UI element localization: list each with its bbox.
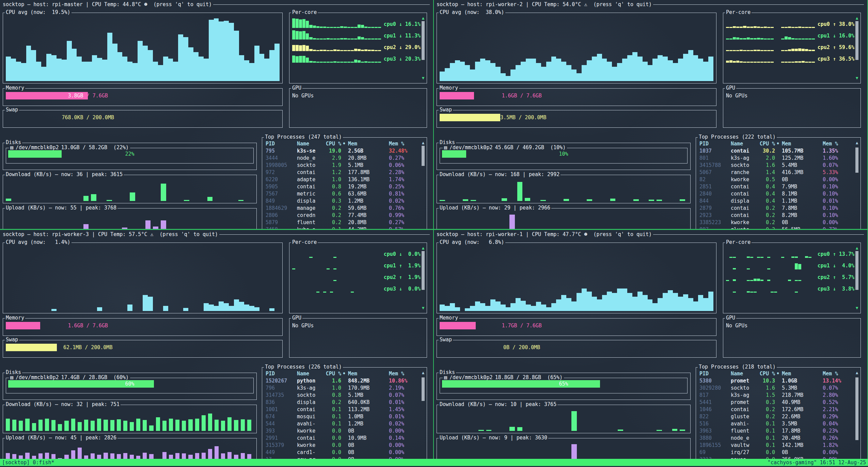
column-header[interactable]: PID: [266, 370, 297, 377]
spark-bar: [330, 38, 333, 40]
scroll-thumb[interactable]: [422, 146, 425, 166]
scroll-up-icon[interactable]: ▲: [422, 246, 424, 250]
column-header[interactable]: Mem: [782, 140, 823, 147]
scroll-thumb[interactable]: [422, 377, 425, 401]
cell-cpu: 1.0: [323, 176, 343, 183]
cell-name: contai: [731, 205, 757, 212]
column-header[interactable]: Mem %: [823, 140, 858, 147]
spark-bar: [371, 50, 374, 51]
cell-mem: 1.0GB: [782, 377, 823, 385]
process-scrollbar[interactable]: ▲ ▼: [855, 140, 859, 229]
cell-name: displa: [731, 198, 757, 205]
process-scrollbar[interactable]: ▲ ▼: [421, 140, 425, 229]
spark-bar: [378, 62, 381, 63]
scroll-thumb[interactable]: [422, 251, 425, 290]
chart-bar: [244, 305, 249, 311]
column-header[interactable]: CPU %: [323, 370, 343, 377]
cell-dot: [343, 377, 348, 385]
column-header[interactable]: Mem %: [389, 370, 425, 377]
core-row: cpu0 ↑ 38.0%: [726, 16, 854, 28]
socktop-pane[interactable]: socktop — host: rpi-worker-2 | CPU Temp:…: [434, 0, 867, 229]
socktop-pane[interactable]: socktop — host: rpi-master | CPU Temp: 4…: [0, 0, 433, 229]
chart-bar: [83, 224, 89, 229]
column-header[interactable]: Name: [297, 140, 323, 147]
cell-cpu: 0.3: [323, 198, 343, 205]
spark-bar: [764, 50, 767, 51]
scroll-up-icon[interactable]: ▲: [856, 246, 858, 250]
socktop-pane[interactable]: socktop — host: rpi-worker-3 | CPU Temp:…: [0, 230, 433, 459]
column-header[interactable]: Mem: [348, 140, 389, 147]
scroll-thumb[interactable]: [855, 251, 858, 290]
scroll-down-icon[interactable]: ▼: [422, 76, 424, 80]
column-header[interactable]: Mem %: [823, 370, 858, 377]
cell-name: card1-: [297, 449, 323, 456]
gpu-panel: GPU No GPUs: [289, 88, 427, 128]
column-header[interactable]: •: [776, 370, 782, 377]
chart-bar: [123, 453, 127, 459]
percore-scrollbar[interactable]: ▲ ▼: [421, 246, 425, 310]
chart-bar: [78, 448, 82, 459]
column-header[interactable]: CPU %: [757, 370, 776, 377]
percore-scrollbar[interactable]: ▲ ▼: [421, 16, 425, 80]
core-sparkline: [292, 52, 382, 63]
percore-scrollbar[interactable]: ▲ ▼: [855, 16, 859, 80]
chart-bar: [541, 305, 546, 311]
column-header[interactable]: •: [343, 140, 348, 147]
scroll-thumb[interactable]: [855, 147, 858, 173]
status-session-window[interactable]: [socktop] 0:fish*: [2, 460, 54, 466]
scroll-thumb[interactable]: [855, 377, 858, 440]
cell-mem: 1.0MB: [348, 413, 389, 420]
scroll-up-icon[interactable]: ▲: [856, 140, 858, 145]
spark-bar: [344, 38, 347, 40]
spark-bar: [296, 19, 299, 28]
column-header[interactable]: PID: [699, 140, 731, 147]
process-scrollbar[interactable]: ▲ ▼: [855, 370, 859, 459]
column-header[interactable]: •: [343, 370, 348, 377]
column-header[interactable]: PID: [699, 370, 731, 377]
cell-cpu: 0.1: [323, 413, 343, 420]
column-header[interactable]: Mem: [782, 370, 823, 377]
cell-pid: 822: [699, 413, 731, 420]
table-row: 844displa0.41.1MB0.01%: [699, 198, 858, 205]
column-header[interactable]: •: [776, 140, 782, 147]
scroll-down-icon[interactable]: ▼: [422, 306, 424, 310]
socktop-pane[interactable]: socktop — host: rpi-worker-1 | CPU Temp:…: [434, 230, 867, 459]
chart-bar: [501, 73, 506, 81]
column-header[interactable]: Mem: [348, 370, 389, 377]
cell-cpu: 0.2: [323, 212, 343, 219]
scroll-up-icon[interactable]: ▲: [422, 16, 424, 20]
process-scrollbar[interactable]: ▲ ▼: [421, 370, 425, 459]
spark-bar: [292, 18, 295, 28]
column-header[interactable]: PID: [266, 140, 297, 147]
column-header[interactable]: Name: [731, 140, 757, 147]
scroll-up-icon[interactable]: ▲: [856, 16, 858, 20]
chart-bar: [214, 306, 219, 311]
scroll-up-icon[interactable]: ▲: [422, 370, 424, 375]
cell-pct: 1.60%: [823, 155, 858, 162]
percore-panel: Per-core cpu0 ↑ 13.7%cpu1 ↓ 4.0%cpu2 ↑ 5…: [723, 243, 861, 313]
scroll-thumb[interactable]: [422, 21, 425, 60]
scroll-up-icon[interactable]: ▲: [422, 140, 424, 145]
chart-bar: [577, 293, 582, 311]
table-row: 1037contai30.2105.7MB1.35%: [699, 147, 858, 155]
scroll-down-icon[interactable]: ▼: [856, 306, 858, 310]
spark-bar: [296, 31, 299, 40]
column-header[interactable]: Name: [297, 370, 323, 377]
chart-bar: [561, 295, 566, 311]
column-header[interactable]: Mem %: [389, 140, 425, 147]
column-header[interactable]: CPU %: [757, 140, 776, 147]
scroll-thumb[interactable]: [855, 21, 858, 60]
scroll-down-icon[interactable]: ▼: [856, 76, 858, 80]
chart-bar: [6, 419, 10, 431]
chart-bar: [247, 454, 251, 459]
disk-usage: 18.8GB / 28.8GB (65%): [495, 374, 563, 380]
column-header[interactable]: Name: [731, 370, 757, 377]
spark-bar: [358, 25, 361, 28]
scroll-up-icon[interactable]: ▲: [856, 370, 858, 375]
chart-bar: [247, 420, 251, 431]
percore-label: Per-core: [725, 239, 752, 245]
column-header[interactable]: CPU %: [323, 140, 343, 147]
core-label: cpu0 ↑ 13.7%: [818, 250, 854, 258]
spark-bar: [795, 256, 798, 258]
percore-scrollbar[interactable]: ▲ ▼: [855, 246, 859, 310]
